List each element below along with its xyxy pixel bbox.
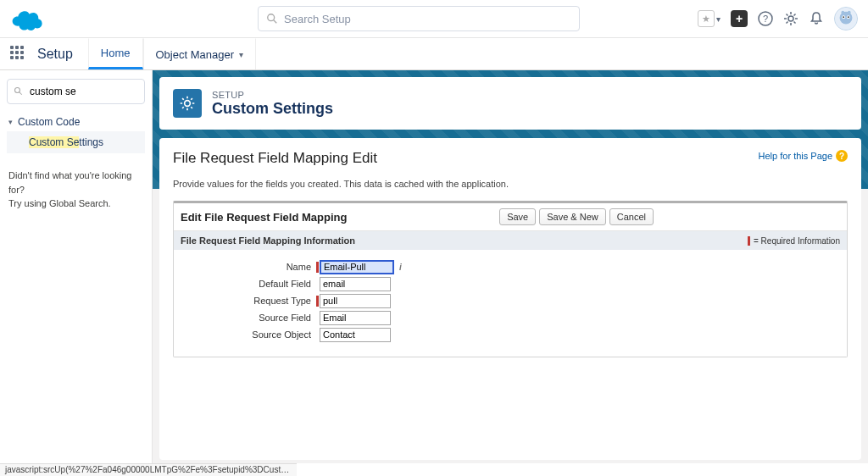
form-area: Name i Default Field Request Type [174, 250, 847, 357]
help-for-page-link[interactable]: Help for this Page ? [759, 150, 848, 162]
favorites-button[interactable]: ★▾ [698, 10, 721, 27]
global-header: ★▾ + ? [0, 0, 868, 38]
page-title: File Request Field Mapping Edit [173, 150, 377, 167]
required-indicator [316, 296, 319, 307]
tree-node-label: Custom Code [18, 116, 80, 128]
page-card: File Request Field Mapping Edit Help for… [159, 138, 861, 460]
app-name: Setup [37, 38, 88, 69]
help-icon[interactable]: ? [758, 11, 773, 26]
page-description: Provide values for the fields you create… [173, 179, 848, 189]
global-search-input[interactable] [258, 6, 580, 31]
svg-point-6 [840, 12, 853, 25]
tree-node-custom-code[interactable]: ▾ Custom Code [7, 113, 145, 131]
banner-eyebrow: SETUP [212, 90, 333, 100]
svg-point-15 [185, 101, 191, 107]
setup-tree-sidebar: ▾ Custom Code Custom Settings Didn't fin… [0, 70, 153, 463]
help-icon: ? [836, 150, 848, 162]
svg-line-1 [274, 20, 277, 24]
source-object-input[interactable] [320, 328, 391, 342]
field-row-name: Name i [181, 258, 840, 275]
quick-find-input[interactable] [7, 79, 145, 104]
browser-status-bar: javascript:srcUp(%27%2Fa046g00000LMTpG%2… [0, 463, 297, 476]
gear-icon[interactable] [783, 11, 798, 26]
required-indicator [316, 262, 319, 273]
request-type-input[interactable] [320, 294, 391, 308]
banner-title: Custom Settings [212, 100, 333, 118]
search-icon [266, 13, 278, 25]
content-area: SETUP Custom Settings File Request Field… [153, 70, 868, 463]
edit-block-title: Edit File Request Field Mapping [181, 211, 347, 224]
section-header: File Request Field Mapping Information =… [174, 231, 847, 250]
chevron-down-icon: ▾ [239, 50, 243, 59]
tab-label: Object Manager [156, 48, 235, 61]
salesforce-logo [10, 7, 46, 30]
required-legend: = Required Information [748, 236, 840, 246]
svg-point-12 [848, 11, 851, 14]
svg-point-9 [843, 16, 844, 18]
search-icon [14, 86, 24, 97]
svg-point-4 [788, 16, 793, 21]
svg-point-13 [15, 88, 20, 93]
edit-block: Edit File Request Field Mapping Save Sav… [173, 201, 848, 357]
svg-point-10 [848, 16, 849, 18]
field-label: Source Field [181, 313, 316, 323]
info-icon[interactable]: i [399, 263, 402, 272]
gear-icon [173, 89, 202, 118]
button-row: Save Save & New Cancel [499, 208, 654, 225]
avatar[interactable] [834, 7, 858, 30]
field-row-request-type: Request Type [181, 292, 840, 309]
chevron-down-icon: ▾ [8, 118, 13, 126]
field-label: Source Object [181, 329, 316, 340]
cancel-button[interactable]: Cancel [609, 208, 654, 225]
tab-home[interactable]: Home [88, 38, 143, 69]
field-label: Request Type [181, 296, 316, 306]
source-field-input[interactable] [320, 311, 391, 325]
tab-object-manager[interactable]: Object Manager ▾ [143, 38, 257, 69]
global-actions-button[interactable]: + [731, 10, 748, 27]
tree-item-custom-settings[interactable]: Custom Settings [7, 131, 145, 153]
name-input[interactable] [320, 260, 394, 274]
global-search-wrap [258, 6, 580, 31]
field-label: Name [181, 262, 316, 272]
svg-point-11 [841, 11, 844, 14]
svg-text:?: ? [763, 14, 768, 24]
sidebar-help-text: Didn't find what you're looking for? Try… [7, 169, 145, 211]
svg-line-14 [19, 92, 22, 95]
field-row-source-field: Source Field [181, 309, 840, 326]
save-and-new-button[interactable]: Save & New [539, 208, 606, 225]
section-title: File Request Field Mapping Information [181, 235, 355, 246]
bell-icon[interactable] [809, 11, 824, 26]
default-field-input[interactable] [320, 277, 391, 291]
context-bar: Setup Home Object Manager ▾ [0, 38, 868, 70]
quick-find-wrap [7, 79, 145, 104]
app-launcher-icon[interactable] [10, 38, 37, 69]
save-button[interactable]: Save [499, 208, 536, 225]
field-label: Default Field [181, 279, 316, 289]
header-actions: ★▾ + ? [698, 7, 858, 30]
svg-point-0 [268, 14, 275, 21]
field-row-source-object: Source Object [181, 326, 840, 343]
page-banner: SETUP Custom Settings [159, 77, 861, 130]
field-row-default-field: Default Field [181, 275, 840, 292]
tree-item-label: Custom Settings [29, 136, 103, 148]
